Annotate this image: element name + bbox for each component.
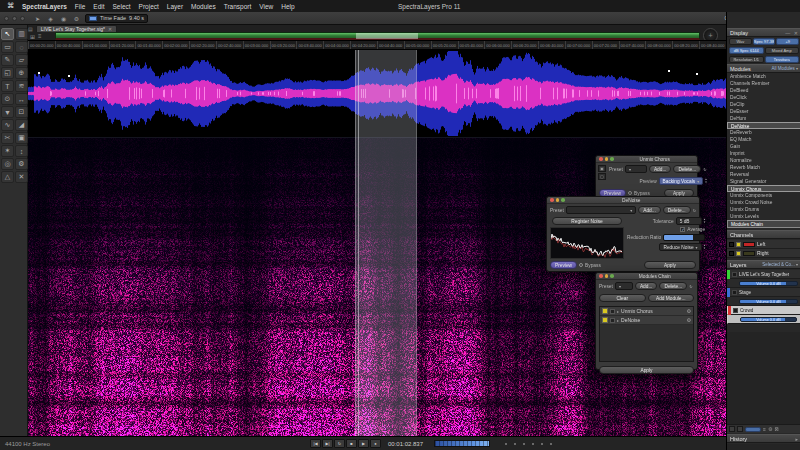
list-icon[interactable]: ≡ (38, 33, 42, 39)
eye-icon[interactable] (732, 290, 737, 295)
display-option-button[interactable]: Spec 97-38 (753, 38, 776, 45)
module-item[interactable]: DeEsser (727, 108, 800, 115)
menu-item[interactable]: File (75, 3, 85, 10)
module-item[interactable]: DeClick (727, 94, 800, 101)
pan-tool-icon[interactable]: ◎ (1, 158, 14, 170)
compare-b-icon[interactable]: ▢ (598, 173, 606, 180)
bypass-radio[interactable] (579, 263, 583, 267)
module-item[interactable]: Reverb Match (727, 164, 800, 171)
layer-row-crowd[interactable]: Crowd (727, 306, 800, 315)
eye-icon[interactable] (733, 308, 738, 313)
module-item[interactable]: DeClip (727, 101, 800, 108)
volume-slider[interactable]: Volume 0.0 dB (739, 299, 798, 304)
smear-tool-icon[interactable]: ≋ (15, 80, 28, 92)
history-panel-header[interactable]: History ▸ (727, 434, 800, 443)
layer-row-stage[interactable]: Stage (727, 288, 800, 297)
dialog-titlebar[interactable]: Modules Chain (596, 273, 697, 280)
cut-tool-icon[interactable]: ✂ (1, 132, 14, 144)
lasso-select-tool-icon[interactable]: ◌ (15, 41, 28, 53)
document-tab[interactable]: LIVE Let's Stay Together.sig* ✕ (36, 25, 117, 32)
zoom-icon[interactable] (610, 274, 614, 278)
display-option-button[interactable]: Resolution 1/1 (729, 56, 764, 63)
transport-button[interactable]: ▶| (322, 439, 333, 448)
preset-menu-icon[interactable]: ↻ (689, 284, 692, 289)
marker-tool-icon[interactable]: ▼ (1, 106, 14, 118)
reduction-ratio-slider[interactable] (663, 234, 705, 241)
display-option-button[interactable]: Tessitura (765, 56, 800, 63)
overview-selection[interactable] (356, 33, 418, 39)
add-layer-button[interactable] (729, 426, 735, 432)
heal-tool-icon[interactable]: ⊕ (15, 67, 28, 79)
module-item[interactable]: Imprint (727, 150, 800, 157)
compare-a-icon[interactable]: ▣ (598, 165, 606, 172)
add-group-button[interactable] (737, 426, 743, 432)
minimize-panel-icon[interactable]: — (785, 30, 790, 36)
rectangle-select-tool-icon[interactable]: ▭ (1, 41, 14, 53)
preset-dropdown[interactable]: ▾ (566, 206, 636, 214)
menu-item[interactable]: Modules (191, 3, 216, 10)
transport-button[interactable]: ↻ (334, 439, 345, 448)
clear-button[interactable]: Clear (599, 294, 646, 302)
close-window-icon[interactable] (4, 16, 9, 21)
module-item[interactable]: EQ Match (727, 136, 800, 143)
channel-mute-icon[interactable] (729, 242, 734, 247)
menu-item[interactable]: Project (139, 3, 159, 10)
display-option-button[interactable]: +9 (776, 38, 799, 45)
chain-module-item[interactable]: ▸ Unmix Chorus ⚙ (600, 307, 693, 316)
pitch-tool-icon[interactable]: △ (1, 171, 14, 183)
preset-add-button[interactable]: Add... (638, 206, 661, 214)
modules-filter-dropdown[interactable]: All Modules ▾ (771, 66, 798, 71)
dialog-titlebar[interactable]: DeNoise (547, 197, 699, 204)
preset-dropdown[interactable]: ▾ (625, 165, 647, 173)
preset-delete-button[interactable]: Delete... (659, 282, 687, 290)
preset-dropdown[interactable]: ▾ (615, 282, 633, 290)
register-noise-button[interactable]: Register Noise (552, 217, 622, 225)
menu-item[interactable]: Edit (93, 3, 104, 10)
preset-add-button[interactable]: Add... (649, 165, 672, 173)
menu-item[interactable]: Transport (224, 3, 252, 10)
text-tool-icon[interactable]: T (1, 80, 14, 92)
display-option-button[interactable]: Wav (729, 38, 752, 45)
cursor-mode-icon[interactable]: ➤ (33, 15, 42, 22)
channels-panel-header[interactable]: Channels (727, 230, 800, 239)
wand-tool-icon[interactable]: ✶ (1, 145, 14, 157)
module-item[interactable]: Reversal (727, 171, 800, 178)
grid-icon[interactable]: ⊞ (30, 33, 35, 40)
module-item[interactable]: Gain (727, 143, 800, 150)
module-item[interactable]: Channels Remixer (727, 80, 800, 87)
preview-button[interactable]: Preview (550, 261, 577, 269)
minimize-icon[interactable] (556, 198, 560, 202)
overview-bar[interactable] (55, 32, 700, 40)
modules-panel-header[interactable]: Modules All Modules ▾ (727, 64, 800, 73)
module-enable-checkbox[interactable] (610, 309, 615, 314)
time-fade-field[interactable]: Time Fade 9.40 s (85, 14, 148, 23)
display-option-button[interactable]: Mixed Amp (765, 47, 800, 54)
crop-tool-icon[interactable]: ⊡ (15, 106, 28, 118)
transport-button[interactable]: ■ (346, 439, 357, 448)
module-item[interactable]: DeHum (727, 115, 800, 122)
close-panel-icon[interactable]: ✕ (794, 30, 798, 36)
module-item[interactable]: DeBleed (727, 87, 800, 94)
zoom-tool-icon[interactable]: ⊙ (1, 93, 14, 105)
layer-blend-button[interactable] (745, 427, 761, 432)
bypass-radio[interactable] (628, 191, 632, 195)
preview-mode-dropdown[interactable]: Backing Vocals ▾ (659, 177, 704, 185)
preset-menu-icon[interactable]: ↻ (693, 208, 696, 213)
channel-solo-icon[interactable] (736, 251, 741, 256)
layer-volume-row[interactable]: Volume 0.0 dB (727, 297, 800, 306)
transport-button[interactable]: |◀ (310, 439, 321, 448)
close-icon[interactable] (550, 198, 554, 202)
close-icon[interactable] (599, 157, 603, 161)
display-panel-header[interactable]: Display — ✕ (727, 28, 800, 37)
display-option-button[interactable]: dB Spec 6144 (729, 47, 764, 54)
chain-module-item[interactable]: ▸ DeNoise ⚙ (600, 316, 693, 325)
timeline-ruler[interactable]: 00:00:20.00000:00:40.00000:01:00.00000:0… (28, 40, 726, 50)
module-item[interactable]: Ambience Match (727, 73, 800, 80)
module-item[interactable]: Signal Generator (727, 178, 800, 185)
merge-icon[interactable]: ≡ (763, 426, 766, 432)
module-item[interactable]: Unmix Components (727, 192, 800, 199)
menu-item[interactable]: Layer (167, 3, 183, 10)
stepper-icon[interactable]: ▴▾ (704, 244, 706, 250)
channel-row-right[interactable]: Right (727, 249, 800, 258)
playhead[interactable] (358, 50, 359, 436)
